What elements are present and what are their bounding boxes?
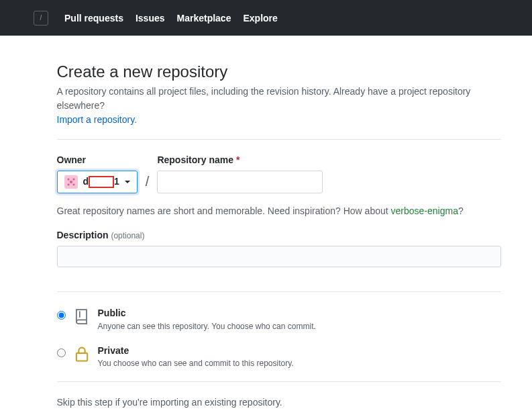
visibility-public-desc: Anyone can see this repository. You choo… bbox=[98, 320, 316, 332]
nav-issues[interactable]: Issues bbox=[136, 13, 165, 24]
description-label-text: Description bbox=[57, 230, 109, 240]
visibility-private-radio[interactable] bbox=[57, 349, 66, 357]
svg-rect-2 bbox=[70, 181, 72, 183]
owner-name-suffix: 1 bbox=[114, 176, 119, 187]
description-label: Description (optional) bbox=[57, 230, 501, 240]
visibility-public-text: Public Anyone can see this repository. Y… bbox=[98, 307, 316, 332]
logo-icon[interactable]: / bbox=[34, 11, 48, 26]
main-container: Create a new repository A repository con… bbox=[32, 36, 501, 417]
hint-post: ? bbox=[458, 205, 464, 216]
repo-name-hint: Great repository names are short and mem… bbox=[57, 205, 501, 216]
owner-repo-row: Owner d1 / Repository name * bbox=[57, 154, 501, 193]
subtitle-post: . bbox=[134, 114, 137, 125]
visibility-public-title: Public bbox=[98, 307, 316, 320]
subtitle-text: A repository contains all project files,… bbox=[57, 86, 471, 111]
visibility-public-option[interactable]: Public Anyone can see this repository. Y… bbox=[57, 307, 501, 332]
divider bbox=[57, 139, 501, 140]
visibility-public-radio[interactable] bbox=[57, 311, 66, 320]
svg-rect-1 bbox=[72, 179, 74, 181]
owner-name: d1 bbox=[83, 176, 119, 188]
visibility-private-text: Private You choose who can see and commi… bbox=[98, 344, 294, 370]
owner-name-redacted bbox=[89, 176, 114, 188]
svg-rect-3 bbox=[67, 184, 69, 186]
description-input[interactable] bbox=[57, 246, 501, 267]
hint-pre: Great repository names are short and mem… bbox=[57, 205, 391, 216]
repo-name-group: Repository name * bbox=[157, 154, 323, 193]
owner-select[interactable]: d1 bbox=[57, 171, 138, 193]
visibility-private-title: Private bbox=[98, 344, 294, 358]
svg-rect-6 bbox=[76, 353, 87, 361]
header-nav: Pull requests Issues Marketplace Explore bbox=[64, 13, 278, 24]
nav-explore[interactable]: Explore bbox=[243, 13, 277, 24]
header-logo-area: / bbox=[11, 11, 48, 26]
global-header: / Pull requests Issues Marketplace Explo… bbox=[0, 0, 532, 36]
divider bbox=[57, 291, 501, 292]
page-title: Create a new repository bbox=[57, 62, 501, 81]
divider bbox=[57, 381, 501, 382]
visibility-private-option[interactable]: Private You choose who can see and commi… bbox=[57, 344, 501, 370]
slash-separator: / bbox=[146, 174, 150, 193]
required-star-icon: * bbox=[236, 154, 240, 165]
skip-text: Skip this step if you're importing an ex… bbox=[57, 397, 501, 408]
repo-name-label-text: Repository name bbox=[157, 154, 233, 165]
import-repository-link[interactable]: Import a repository bbox=[57, 114, 135, 125]
repo-name-input[interactable] bbox=[157, 171, 323, 193]
owner-avatar-icon bbox=[64, 175, 78, 189]
svg-rect-0 bbox=[67, 179, 69, 181]
page-subtitle: A repository contains all project files,… bbox=[57, 85, 501, 127]
lock-icon bbox=[72, 344, 91, 363]
owner-label: Owner bbox=[57, 154, 138, 165]
nav-marketplace[interactable]: Marketplace bbox=[177, 13, 231, 24]
owner-group: Owner d1 bbox=[57, 154, 138, 193]
svg-rect-4 bbox=[72, 184, 74, 186]
visibility-private-desc: You choose who can see and commit to thi… bbox=[98, 357, 294, 369]
repo-icon bbox=[72, 307, 91, 326]
nav-pull-requests[interactable]: Pull requests bbox=[64, 13, 123, 24]
chevron-down-icon bbox=[125, 181, 130, 183]
owner-name-prefix: d bbox=[83, 176, 89, 187]
name-suggestion-link[interactable]: verbose-enigma bbox=[391, 205, 458, 216]
description-optional: (optional) bbox=[111, 231, 144, 240]
svg-rect-5 bbox=[78, 311, 80, 317]
repo-name-label: Repository name * bbox=[157, 154, 323, 165]
